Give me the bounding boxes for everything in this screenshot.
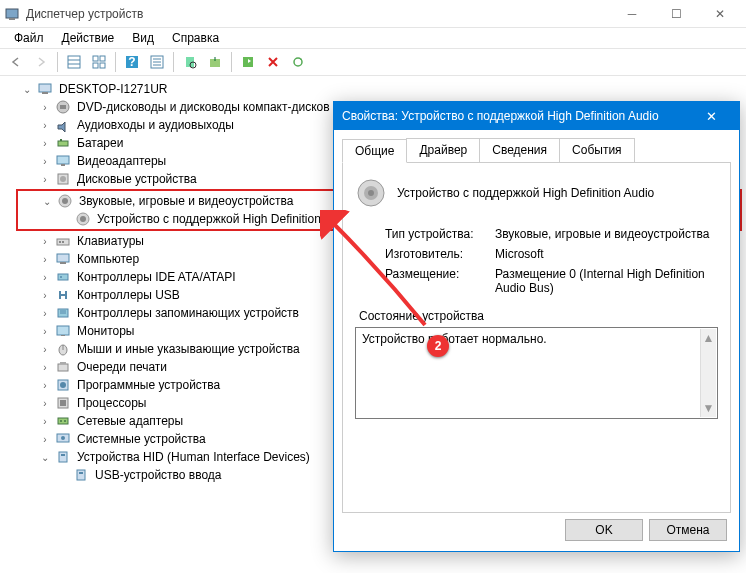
prop-vendor-key: Изготовитель: [385, 247, 495, 261]
back-button[interactable] [4, 50, 28, 74]
svg-point-53 [60, 420, 62, 422]
dialog-close-button[interactable]: ✕ [691, 109, 731, 124]
category-icon [55, 449, 71, 465]
tab-events[interactable]: События [559, 138, 635, 162]
ok-button[interactable]: OK [565, 519, 643, 541]
prop-location-value: Размещение 0 (Internal High Definition A… [495, 267, 718, 295]
grid-view-button[interactable] [87, 50, 111, 74]
svg-rect-58 [61, 454, 65, 456]
app-icon [4, 6, 20, 22]
category-icon [57, 193, 73, 209]
menubar: Файл Действие Вид Справка [0, 28, 746, 48]
tree-root[interactable]: ⌄ DESKTOP-I1271UR [0, 80, 746, 98]
svg-point-63 [368, 190, 374, 196]
expand-icon[interactable]: › [38, 308, 52, 319]
svg-rect-39 [58, 274, 68, 280]
svg-rect-27 [61, 164, 65, 166]
cancel-button[interactable]: Отмена [649, 519, 727, 541]
properties-button[interactable] [145, 50, 169, 74]
uninstall-button[interactable] [261, 50, 285, 74]
svg-point-49 [60, 382, 66, 388]
detail-view-button[interactable] [62, 50, 86, 74]
category-icon [55, 287, 71, 303]
expand-icon[interactable]: ⌄ [38, 452, 52, 463]
forward-button[interactable] [29, 50, 53, 74]
status-label: Состояние устройства [359, 309, 718, 323]
category-icon [55, 135, 71, 151]
svg-rect-7 [93, 63, 98, 68]
scrollbar[interactable]: ▲▼ [700, 329, 716, 417]
svg-rect-51 [60, 400, 66, 406]
tab-strip: Общие Драйвер Сведения События [342, 138, 731, 163]
expand-icon[interactable]: › [38, 174, 52, 185]
category-icon [55, 431, 71, 447]
expand-icon[interactable]: › [38, 344, 52, 355]
svg-rect-1 [9, 18, 15, 20]
svg-rect-36 [62, 241, 64, 243]
menu-file[interactable]: Файл [6, 29, 52, 47]
tab-details[interactable]: Сведения [479, 138, 560, 162]
expand-icon[interactable]: › [38, 398, 52, 409]
enable-button[interactable] [236, 50, 260, 74]
expand-icon[interactable]: › [38, 326, 52, 337]
tab-driver[interactable]: Драйвер [406, 138, 480, 162]
device-icon [75, 211, 91, 227]
svg-rect-6 [100, 56, 105, 61]
scan-button[interactable] [178, 50, 202, 74]
close-button[interactable]: ✕ [698, 0, 742, 28]
svg-point-56 [61, 436, 65, 440]
category-icon [55, 377, 71, 393]
refresh-button[interactable] [286, 50, 310, 74]
category-icon [55, 359, 71, 375]
svg-rect-52 [58, 418, 68, 424]
update-driver-button[interactable] [203, 50, 227, 74]
category-icon [55, 233, 71, 249]
category-icon [55, 305, 71, 321]
computer-icon [37, 81, 53, 97]
device-name-label: Устройство с поддержкой High Definition … [397, 186, 654, 200]
expand-icon[interactable]: › [38, 156, 52, 167]
expand-icon[interactable]: › [38, 102, 52, 113]
category-icon [55, 117, 71, 133]
expand-icon[interactable]: › [38, 434, 52, 445]
expand-icon[interactable]: › [38, 236, 52, 247]
toolbar: ? [0, 48, 746, 76]
expand-icon[interactable]: › [38, 362, 52, 373]
svg-rect-42 [57, 326, 69, 335]
device-icon [73, 467, 89, 483]
svg-rect-25 [60, 139, 62, 141]
svg-rect-60 [79, 472, 83, 474]
expand-icon[interactable]: › [38, 416, 52, 427]
category-icon [55, 323, 71, 339]
category-icon [55, 413, 71, 429]
svg-point-40 [60, 276, 62, 278]
expand-icon[interactable]: › [38, 138, 52, 149]
speaker-icon [355, 177, 387, 209]
help-button[interactable]: ? [120, 50, 144, 74]
menu-action[interactable]: Действие [54, 29, 123, 47]
minimize-button[interactable]: ─ [610, 0, 654, 28]
category-icon [55, 251, 71, 267]
menu-help[interactable]: Справка [164, 29, 227, 47]
prop-type-value: Звуковые, игровые и видеоустройства [495, 227, 718, 241]
maximize-button[interactable]: ☐ [654, 0, 698, 28]
tab-general[interactable]: Общие [342, 139, 407, 163]
svg-point-54 [64, 420, 66, 422]
menu-view[interactable]: Вид [124, 29, 162, 47]
svg-rect-35 [59, 241, 61, 243]
svg-rect-20 [39, 84, 51, 92]
expand-icon[interactable]: › [38, 120, 52, 131]
expand-icon[interactable]: ⌄ [20, 84, 34, 95]
svg-rect-23 [60, 105, 66, 109]
svg-rect-47 [60, 362, 66, 364]
status-textbox[interactable]: Устройство работает нормально. ▲▼ [355, 327, 718, 419]
svg-rect-24 [58, 141, 68, 146]
dialog-titlebar[interactable]: Свойства: Устройство с поддержкой High D… [334, 102, 739, 130]
expand-icon[interactable]: › [38, 272, 52, 283]
expand-icon[interactable]: › [38, 290, 52, 301]
expand-icon[interactable]: › [38, 254, 52, 265]
expand-icon[interactable]: › [38, 380, 52, 391]
category-icon [55, 395, 71, 411]
svg-rect-5 [93, 56, 98, 61]
expand-icon[interactable]: ⌄ [40, 196, 54, 207]
